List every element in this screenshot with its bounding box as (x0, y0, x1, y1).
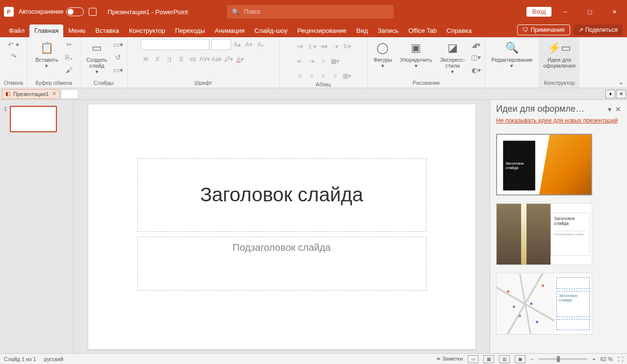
strike-button[interactable]: S (176, 54, 187, 65)
arrange-button[interactable]: ▣ Упорядочить▾ (397, 39, 435, 70)
comments-button[interactable]: 🗨 Примечания (517, 24, 570, 35)
tab-review[interactable]: Рецензирование (292, 24, 351, 37)
tab-design[interactable]: Конструктор (124, 24, 170, 37)
tab-dropdown-button[interactable]: ▾ (605, 90, 615, 98)
clear-format-button[interactable]: Aₓ (255, 39, 266, 50)
tab-file[interactable]: Файл (4, 24, 29, 37)
decrease-font-button[interactable]: A▾ (244, 39, 254, 50)
document-tab-active[interactable]: ◧ Презентация1 ✕ (2, 89, 60, 99)
layout-button[interactable]: ▭▾ (112, 39, 124, 50)
slideshow-view-button[interactable]: ▣ (515, 355, 526, 363)
reading-view-button[interactable]: ▥ (499, 355, 510, 363)
pane-dropdown-icon[interactable]: ▾ (608, 105, 611, 113)
design-idea-2[interactable]: Заголовок слайда Подзаголовок слайда (496, 203, 592, 265)
shape-outline-button[interactable]: ◫▾ (470, 52, 482, 63)
sorter-view-button[interactable]: ▦ (483, 355, 494, 363)
columns-button[interactable]: ▥▾ (342, 71, 352, 81)
paste-button[interactable]: 📋 Вставить▾ (32, 39, 61, 70)
zoom-out-button[interactable]: − (530, 356, 533, 362)
slide-thumbnail-1[interactable] (10, 106, 57, 132)
underline-button[interactable]: Ч (164, 54, 175, 65)
zoom-level[interactable]: 62 % (601, 356, 613, 362)
tab-insert[interactable]: Вставка (91, 24, 124, 37)
italic-button[interactable]: К (152, 54, 163, 65)
group-font-label: Шрифт (194, 80, 212, 87)
tab-close-button[interactable]: ✕ (616, 90, 626, 98)
textdir-button[interactable]: ↻▾ (342, 41, 352, 52)
decrease-indent-button[interactable]: ⇤ (295, 56, 305, 67)
bold-button[interactable]: Ж (141, 54, 151, 65)
shape-fill-button[interactable]: ◢▾ (470, 39, 482, 50)
align-center-button[interactable]: ≡ (306, 71, 317, 81)
bullets-button[interactable]: ≡▾ (295, 41, 305, 52)
font-size-input[interactable] (211, 39, 231, 50)
pane-close-button[interactable]: ✕ (615, 105, 621, 113)
search-box[interactable]: 🔍 Поиск (227, 5, 394, 19)
collapse-ribbon-button[interactable]: ⌄ (618, 78, 624, 86)
login-button[interactable]: Вход (527, 7, 552, 17)
zoom-in-button[interactable]: + (592, 356, 595, 362)
align-vert-button[interactable]: ≡ (318, 56, 329, 67)
font-family-input[interactable] (141, 39, 209, 50)
smartart-button[interactable]: ▦▾ (330, 56, 341, 67)
shapes-button[interactable]: ◯ Фигуры▾ (371, 39, 395, 70)
align-right-button[interactable]: ≡ (318, 71, 329, 81)
close-button[interactable]: ✕ (603, 0, 625, 24)
language-label[interactable]: русский (44, 356, 63, 362)
slide-count-label[interactable]: Слайд 1 из 1 (4, 356, 36, 362)
group-designer-label: Конструктор (544, 80, 575, 87)
spacing-button[interactable]: AV▾ (200, 54, 210, 65)
copy-button[interactable]: ⎘▾ (63, 52, 75, 63)
tab-slideshow[interactable]: Слайд-шоу (250, 24, 292, 37)
align-left-button[interactable]: ≡ (295, 71, 305, 81)
dont-show-ideas-link[interactable]: Не показывать идеи для новых презентаций (496, 117, 621, 124)
fit-window-button[interactable]: ⛶ (618, 356, 623, 362)
justify-button[interactable]: ≡ (330, 71, 341, 81)
slide-canvas-area[interactable]: Заголовок слайда Подзаголовок слайда (74, 100, 490, 353)
design-idea-3[interactable]: Заголовок слайда (496, 273, 592, 335)
cut-button[interactable]: ✂ (63, 39, 75, 50)
redo-button[interactable]: ↷ (8, 51, 20, 62)
increase-font-button[interactable]: A▴ (232, 39, 243, 50)
normal-view-button[interactable]: ▭ (468, 355, 478, 363)
share-button[interactable]: ↗ Поделиться (573, 24, 623, 35)
notes-button[interactable]: ≐ Заметки (436, 356, 463, 362)
design-ideas-button[interactable]: ⚡▭ Идеи для оформления (540, 39, 578, 70)
new-slide-button[interactable]: ▭ Создать слайд▾ (83, 39, 110, 75)
highlight-button[interactable]: 🖍▾ (223, 54, 234, 65)
autosave-toggle[interactable] (66, 7, 84, 16)
linespacing-button[interactable]: ↕▾ (330, 41, 341, 52)
tab-menu[interactable]: Меню (63, 24, 90, 37)
shape-effects-button[interactable]: ◐▾ (470, 65, 482, 75)
reset-button[interactable]: ↺ (112, 52, 124, 63)
undo-button[interactable]: ↶ ▾ (8, 39, 20, 50)
tab-record[interactable]: Запись (373, 24, 403, 37)
shadow-button[interactable]: ab (188, 54, 199, 65)
design-idea-1[interactable]: Заголовок слайда (496, 134, 592, 195)
zoom-slider[interactable] (538, 358, 587, 360)
format-painter-button[interactable]: 🖌 (63, 65, 75, 75)
editing-button[interactable]: 🔍 Редактирование▾ (489, 39, 536, 70)
increase-indent-button[interactable]: ⇥ (306, 56, 317, 67)
maximize-button[interactable]: ▢ (579, 0, 601, 24)
section-button[interactable]: ▭▾ (112, 65, 124, 75)
tab-officetab[interactable]: Office Tab (403, 24, 442, 37)
case-button[interactable]: Aa▾ (211, 54, 222, 65)
tab-home[interactable]: Главная (29, 24, 63, 37)
font-color-button[interactable]: A▾ (235, 54, 246, 65)
tab-transitions[interactable]: Переходы (170, 24, 210, 37)
new-document-tab[interactable] (61, 89, 78, 99)
tab-animations[interactable]: Анимация (210, 24, 250, 37)
title-placeholder[interactable]: Заголовок слайда (137, 158, 426, 232)
tab-help[interactable]: Справка (442, 24, 477, 37)
minimize-button[interactable]: ─ (554, 0, 576, 24)
save-icon[interactable] (89, 8, 97, 16)
close-doc-tab[interactable]: ✕ (52, 91, 56, 97)
quickstyles-button[interactable]: ◪ Экспресс-стили▾ (437, 39, 468, 75)
autosave-control[interactable]: Автосохранение (19, 7, 84, 16)
indent-button[interactable]: ⇥▾ (318, 41, 329, 52)
document-tabs: ◧ Презентация1 ✕ ▾ ✕ (0, 88, 627, 100)
subtitle-placeholder[interactable]: Подзаголовок слайда (137, 237, 426, 291)
tab-view[interactable]: Вид (351, 24, 373, 37)
numbering-button[interactable]: ⒈▾ (306, 41, 317, 52)
